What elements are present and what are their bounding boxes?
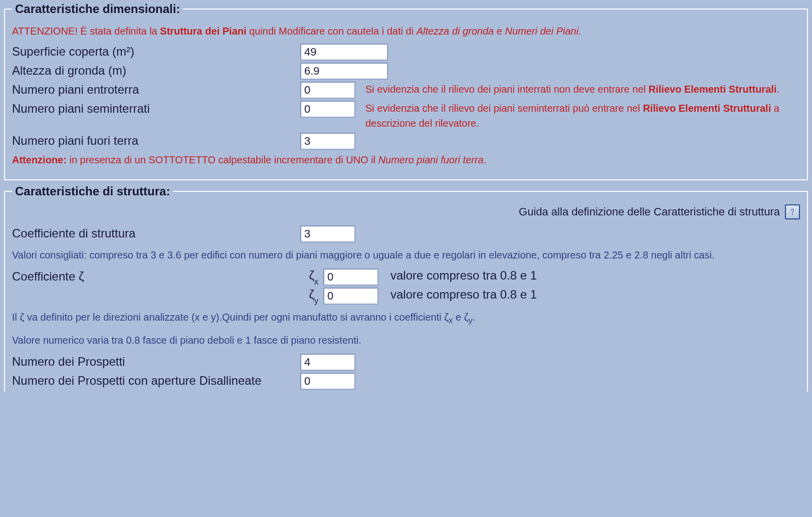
row-coefficiente-struttura: Coefficiente di struttura	[12, 225, 800, 242]
note-piani-entroterra: Si evidenzia che il rilievo dei piani in…	[355, 82, 800, 97]
row-piani-entroterra: Numero piani entroterra Si evidenzia che…	[12, 82, 800, 99]
zeta-y-prefix: ζy	[309, 288, 318, 304]
guide-text: Guida alla definizione delle Caratterist…	[519, 205, 780, 218]
input-piani-fuori-terra[interactable]	[300, 133, 355, 150]
input-coefficiente-struttura[interactable]	[300, 225, 355, 242]
input-numero-prospetti-disallineate[interactable]	[300, 373, 355, 390]
dimensional-legend: Caratteristiche dimensionali:	[12, 2, 183, 16]
input-altezza-gronda[interactable]	[300, 63, 388, 80]
dimensional-characteristics-group: Caratteristiche dimensionali: ATTENZIONE…	[4, 2, 808, 180]
note-piani-seminterrati: Si evidenzia che il rilievo dei piani se…	[355, 101, 800, 131]
label-numero-prospetti-disallineate: Numero dei Prospetti con aperture Disall…	[12, 373, 300, 388]
zeta-x-prefix: ζx	[309, 269, 318, 285]
structure-characteristics-group: Caratteristiche di struttura: Guida alla…	[4, 184, 808, 392]
label-coefficiente-struttura: Coefficiente di struttura	[12, 225, 300, 240]
structure-legend: Caratteristiche di struttura:	[12, 184, 173, 198]
input-numero-prospetti[interactable]	[300, 354, 355, 371]
hint-zeta-y: valore compreso tra 0.8 e 1	[378, 288, 800, 302]
warning-sottotetto: Attenzione: in presenza di un SOTTOTETTO…	[12, 153, 800, 167]
input-zeta-x[interactable]	[323, 269, 378, 286]
note-zeta-range: Valore numerico varia tra 0.8 fasce di p…	[12, 333, 800, 348]
row-altezza-gronda: Altezza di gronda (m)	[12, 63, 800, 80]
label-numero-prospetti: Numero dei Prospetti	[12, 354, 300, 369]
help-button[interactable]	[785, 204, 800, 219]
input-zeta-y[interactable]	[323, 288, 378, 305]
row-piani-fuori-terra: Numero piani fuori terra	[12, 133, 800, 150]
label-piani-seminterrati: Numero piani seminterrati	[12, 101, 300, 116]
hint-zeta-x: valore compreso tra 0.8 e 1	[378, 269, 800, 283]
input-piani-seminterrati[interactable]	[300, 101, 355, 118]
label-zeta: Coefficiente ζ	[12, 269, 300, 284]
input-piani-entroterra[interactable]	[300, 82, 355, 99]
row-zeta: Coefficiente ζ ζx valore compreso tra 0.…	[12, 269, 800, 286]
row-zeta-y: ζy valore compreso tra 0.8 e 1	[12, 288, 800, 305]
label-superficie: Superficie coperta (m²)	[12, 44, 300, 59]
note-zeta-directions: Il ζ va definito per le direzioni analiz…	[12, 310, 800, 327]
row-numero-prospetti: Numero dei Prospetti	[12, 354, 800, 371]
row-superficie: Superficie coperta (m²)	[12, 44, 800, 61]
label-altezza-gronda: Altezza di gronda (m)	[12, 63, 300, 78]
row-piani-seminterrati: Numero piani seminterrati Si evidenzia c…	[12, 101, 800, 131]
svg-point-1	[792, 213, 793, 214]
help-icon	[788, 208, 796, 216]
input-superficie[interactable]	[300, 44, 388, 61]
warning-struttura-piani: ATTENZIONE! È stata definita la Struttur…	[12, 24, 800, 39]
guide-row: Guida alla definizione delle Caratterist…	[12, 204, 800, 219]
label-piani-entroterra: Numero piani entroterra	[12, 82, 300, 97]
note-coefficiente-struttura: Valori consigliati: compreso tra 3 e 3.6…	[12, 247, 800, 263]
label-piani-fuori-terra: Numero piani fuori terra	[12, 133, 300, 148]
row-numero-prospetti-disallineate: Numero dei Prospetti con aperture Disall…	[12, 373, 800, 390]
